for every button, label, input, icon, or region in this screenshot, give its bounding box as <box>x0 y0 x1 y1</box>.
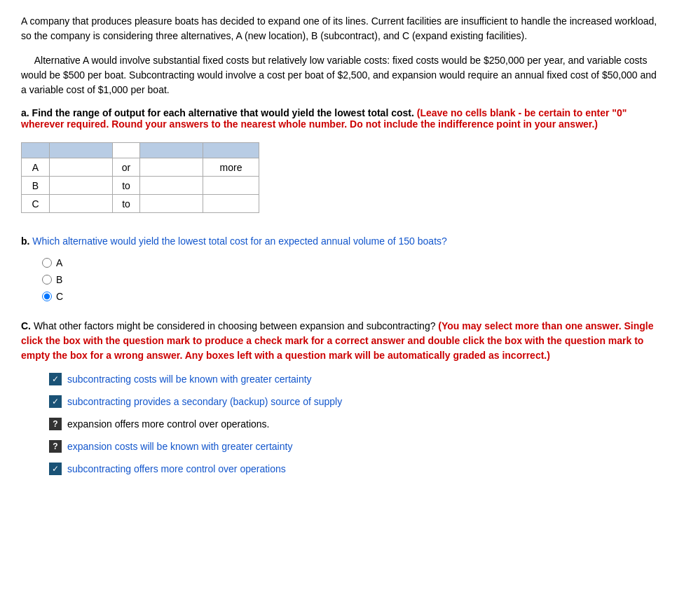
intro-paragraph-2: Alternative A would involve substantial … <box>21 53 663 97</box>
row-b-field2[interactable] <box>142 181 201 191</box>
checkbox-1-icon[interactable]: ✓ <box>49 373 62 385</box>
row-a-input2[interactable] <box>140 158 203 177</box>
radio-option-a[interactable]: A <box>42 257 663 268</box>
row-c-input1[interactable] <box>49 195 112 213</box>
range-table: A or more B to C to <box>21 142 259 213</box>
table-header-val2 <box>140 143 203 158</box>
row-b-input2[interactable] <box>140 177 203 195</box>
row-a-input1[interactable] <box>49 158 112 177</box>
radio-option-c[interactable]: C <box>42 291 663 302</box>
row-b-field1[interactable] <box>51 181 111 191</box>
row-b-connector: to <box>112 177 140 195</box>
row-b-label: B <box>22 177 50 195</box>
radio-b-label: B <box>56 274 62 285</box>
checkbox-item-5[interactable]: ✓ subcontracting offers more control ove… <box>49 463 663 475</box>
checkbox-3-icon[interactable]: ? <box>49 418 62 430</box>
table-section: A or more B to C to <box>21 142 663 213</box>
row-b-input1[interactable] <box>49 177 112 195</box>
row-c-label: C <box>22 195 50 213</box>
checkbox-5-icon[interactable]: ✓ <box>49 463 62 475</box>
radio-option-b[interactable]: B <box>42 274 663 285</box>
radio-c[interactable] <box>42 292 52 301</box>
row-b-suffix <box>203 177 259 195</box>
row-a-field1[interactable] <box>51 163 111 173</box>
radio-a-label: A <box>56 257 62 268</box>
checkbox-2-text: subcontracting provides a secondary (bac… <box>67 396 342 407</box>
row-c-suffix <box>203 195 259 213</box>
checkbox-item-1[interactable]: ✓ subcontracting costs will be known wit… <box>49 373 663 385</box>
table-header-label <box>22 143 50 158</box>
checkbox-5-text: subcontracting offers more control over … <box>67 463 286 474</box>
table-header-connector <box>112 143 140 158</box>
checkbox-item-2[interactable]: ✓ subcontracting provides a secondary (b… <box>49 395 663 408</box>
radio-c-label: C <box>56 291 63 302</box>
checkbox-2-icon[interactable]: ✓ <box>49 395 62 408</box>
table-row-c: C to <box>22 195 259 213</box>
radio-group-b: A B C <box>42 257 663 302</box>
row-a-label: A <box>22 158 50 177</box>
checkbox-4-icon[interactable]: ? <box>49 440 62 453</box>
table-row-b: B to <box>22 177 259 195</box>
intro-paragraph-1: A company that produces pleasure boats h… <box>21 14 663 43</box>
checkbox-item-4[interactable]: ? expansion costs will be known with gre… <box>49 440 663 453</box>
checkbox-1-text: subcontracting costs will be known with … <box>67 374 312 385</box>
checkbox-list-c: ✓ subcontracting costs will be known wit… <box>49 373 663 475</box>
section-c: C. What other factors might be considere… <box>21 319 663 475</box>
checkbox-4-text: expansion costs will be known with great… <box>67 441 292 452</box>
row-a-suffix: more <box>203 158 259 177</box>
row-a-field2[interactable] <box>142 163 201 173</box>
checkbox-item-3[interactable]: ? expansion offers more control over ope… <box>49 418 663 430</box>
row-c-input2[interactable] <box>140 195 203 213</box>
radio-b[interactable] <box>42 275 52 285</box>
question-b-text: b. Which alternative would yield the low… <box>21 234 663 249</box>
radio-a[interactable] <box>42 258 52 268</box>
row-c-connector: to <box>112 195 140 213</box>
row-a-connector: or <box>112 158 140 177</box>
row-c-field2[interactable] <box>142 199 201 210</box>
question-a-label: a. Find the range of output for each alt… <box>21 107 663 130</box>
checkbox-3-text: expansion offers more control over opera… <box>67 418 269 430</box>
table-header-suffix <box>203 143 259 158</box>
question-c-text: C. What other factors might be considere… <box>21 319 663 363</box>
table-header-val1 <box>49 143 112 158</box>
table-row-a: A or more <box>22 158 259 177</box>
row-c-field1[interactable] <box>51 199 111 210</box>
section-b: b. Which alternative would yield the low… <box>21 234 663 302</box>
